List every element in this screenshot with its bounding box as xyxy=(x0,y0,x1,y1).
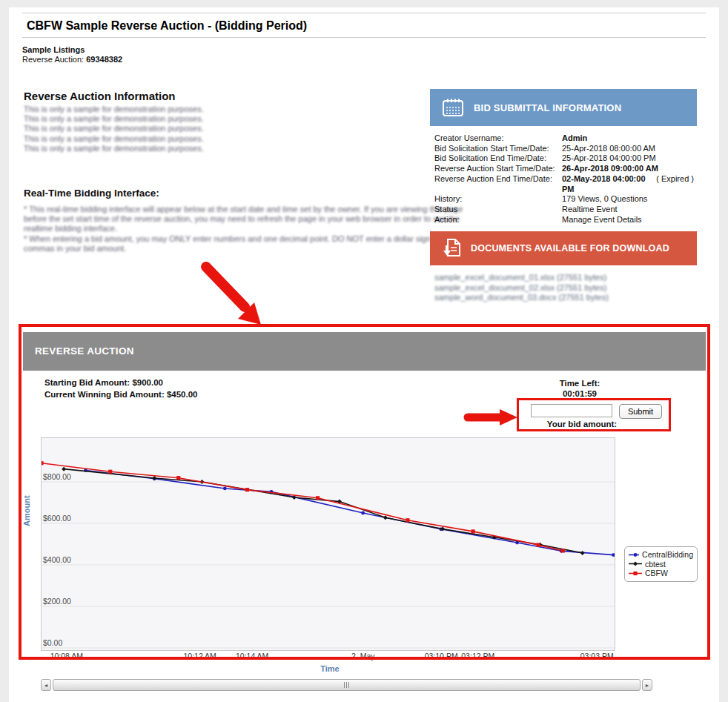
info-row-value: 02-May-2018 04:00:00 PM xyxy=(562,174,656,194)
y-axis-title: Amount xyxy=(22,495,31,526)
info-row: Bid Solicitation Start Time/Date:25-Apr-… xyxy=(434,144,694,154)
reverse-auction-id-line: Reverse Auction: 69348382 xyxy=(22,55,122,64)
scrollbar-left-arrow[interactable]: ◄ xyxy=(41,679,51,691)
bid-submittal-rows: Creator Username:AdminBid Solicitation S… xyxy=(434,133,694,225)
scrollbar-grip xyxy=(344,682,345,688)
time-left: Time Left: 00:01:59 xyxy=(543,379,617,399)
redacted-text-line: realtime bidding interface. xyxy=(24,224,463,234)
info-row: Bid Solicitation End Time/Date:25-Apr-20… xyxy=(434,153,694,164)
redacted-text-line: This is only a sample for demonstration … xyxy=(24,114,204,124)
info-row-label: Reverse Auction Start Time/Date: xyxy=(434,164,562,174)
redacted-text-line: * When entering a bid amount, you may ON… xyxy=(24,234,463,244)
info-row: History:179 Views, 0 Questions xyxy=(434,194,694,205)
scrollbar-grip xyxy=(348,682,349,688)
redacted-text-line: This is only a sample for demonstration … xyxy=(24,144,204,153)
legend-marker-icon xyxy=(629,552,639,558)
reverse-auction-id-label: Reverse Auction: xyxy=(22,55,84,64)
legend-item-cbfw[interactable]: CBFW xyxy=(629,569,693,578)
current-winning-bid-amount: Current Winning Bid Amount: $450.00 xyxy=(44,388,197,400)
chart-x-tick: 10:14 AM xyxy=(228,652,276,660)
calendar-icon xyxy=(442,98,464,117)
document-links: sample_excel_document_01.xlsx (27551 byt… xyxy=(434,273,609,303)
legend-item-centralbidding[interactable]: CentralBidding xyxy=(629,550,693,560)
chart-x-tick: 03:12 PM xyxy=(454,652,502,660)
reverse-auction-info-redacted: This is only a sample for demonstration … xyxy=(24,105,204,153)
info-row-label: Status xyxy=(434,205,562,215)
info-row: StatusRealtime Event xyxy=(434,205,694,215)
info-row-label: Bid Solicitation End Time/Date: xyxy=(434,153,562,164)
sample-listings-label: Sample Listings xyxy=(22,45,85,54)
redacted-text-line: commas in your bid amount. xyxy=(24,244,463,254)
info-row-value[interactable]: Manage Event Details xyxy=(562,215,694,225)
redacted-text-line: before the set start time of the reverse… xyxy=(24,214,463,224)
bid-history-series xyxy=(42,438,615,650)
chart-x-tick: 03:03 PM xyxy=(573,652,621,660)
redacted-text-line: This is only a sample for demonstration … xyxy=(24,134,204,144)
info-row-value: 26-Apr-2018 09:00:00 AM xyxy=(562,164,694,174)
chart-y-tick: $400.00 xyxy=(43,555,71,564)
chart-y-tick: $200.00 xyxy=(43,597,71,606)
download-document-icon xyxy=(442,238,461,259)
legend-marker-icon xyxy=(629,570,642,577)
series-line-cbfw xyxy=(42,463,563,551)
chart-scrollbar[interactable]: ◄ ► xyxy=(41,679,652,691)
info-row-label: Reverse Auction End Time/Date: xyxy=(434,174,562,194)
info-row: Action:Manage Event Details xyxy=(434,215,694,225)
x-axis-title: Time xyxy=(297,664,363,673)
reverse-auction-info-heading: Reverse Auction Information xyxy=(24,90,175,102)
info-row-label: Action: xyxy=(434,215,562,225)
reverse-auction-number: 69348382 xyxy=(86,55,122,64)
document-download-link[interactable]: sample_excel_document_02.xlsx (27551 byt… xyxy=(434,283,609,294)
info-row-value-suffix: ( Expired ) xyxy=(656,174,694,194)
divider xyxy=(22,37,706,38)
legend-item-cbtest[interactable]: cbtest xyxy=(629,560,693,569)
series-line-centralbidding xyxy=(86,471,614,555)
realtime-bidding-redacted: * This real-time bidding interface will … xyxy=(24,205,463,254)
bid-amount-input[interactable] xyxy=(531,404,612,417)
chart-x-tick: 10:08 AM xyxy=(43,652,90,660)
info-row: Reverse Auction Start Time/Date:26-Apr-2… xyxy=(434,164,694,174)
info-row-label: Creator Username: xyxy=(434,133,562,144)
time-left-label: Time Left: xyxy=(543,379,617,389)
redacted-text-line: This is only a sample for demonstration … xyxy=(24,124,204,133)
chart-y-tick: $600.00 xyxy=(43,514,71,523)
info-row-value: 25-Apr-2018 04:00:00 PM xyxy=(562,153,694,164)
bid-submittal-heading: BID SUBMITTAL INFORMATION xyxy=(474,102,621,113)
legend-label: CentralBidding xyxy=(642,550,693,560)
scrollbar-thumb[interactable] xyxy=(53,679,641,691)
legend-marker-icon xyxy=(629,560,642,567)
divider xyxy=(22,13,706,13)
info-row-value: 179 Views, 0 Questions xyxy=(562,194,694,205)
legend-label: cbtest xyxy=(645,560,666,569)
chart-x-tick: 10:12 AM xyxy=(176,652,224,660)
info-row-label: History: xyxy=(434,194,562,205)
chart-y-tick: $800.00 xyxy=(43,472,71,481)
bid-amounts: Starting Bid Amount: $900.00 Current Win… xyxy=(44,377,197,400)
document-download-link[interactable]: sample_excel_document_01.xlsx (27551 byt… xyxy=(434,273,609,283)
submit-button[interactable]: Submit xyxy=(619,404,662,419)
chart-x-tick: 2. May xyxy=(340,652,387,660)
documents-heading: DOCUMENTS AVAILABLE FOR DOWNLOAD xyxy=(471,243,669,254)
realtime-bidding-heading: Real-Time Bidding Interface: xyxy=(24,188,159,199)
starting-bid-amount: Starting Bid Amount: $900.00 xyxy=(44,377,197,388)
page-title: CBFW Sample Reverse Auction - (Bidding P… xyxy=(27,19,307,33)
bid-submittal-header: BID SUBMITTAL INFORMATION xyxy=(430,89,697,126)
legend-label: CBFW xyxy=(645,569,668,578)
chart-legend: CentralBiddingcbtestCBFW xyxy=(624,546,698,582)
bid-history-plot: $800.00$600.00$400.00$200.00$0.00 xyxy=(41,437,615,651)
your-bid-amount-label: Your bid amount: xyxy=(519,420,645,428)
info-row-value: Admin xyxy=(562,133,694,144)
document-download-link[interactable]: sample_word_document_03.docx (27551 byte… xyxy=(434,293,609,303)
documents-header: DOCUMENTS AVAILABLE FOR DOWNLOAD xyxy=(430,231,697,265)
time-left-value: 00:01:59 xyxy=(543,389,617,400)
scrollbar-grip xyxy=(346,682,347,688)
info-row: Creator Username:Admin xyxy=(434,133,694,144)
reverse-auction-heading: REVERSE AUCTION xyxy=(23,332,706,371)
info-row-label: Bid Solicitation Start Time/Date: xyxy=(434,144,562,154)
info-row: Reverse Auction End Time/Date:02-May-201… xyxy=(434,174,694,194)
chart-y-tick: $0.00 xyxy=(43,638,62,647)
scrollbar-right-arrow[interactable]: ► xyxy=(642,679,652,691)
redacted-text-line: * This real-time bidding interface will … xyxy=(24,205,463,214)
info-row-value: Realtime Event xyxy=(562,205,694,215)
info-row-value: 25-Apr-2018 08:00:00 AM xyxy=(562,144,694,154)
